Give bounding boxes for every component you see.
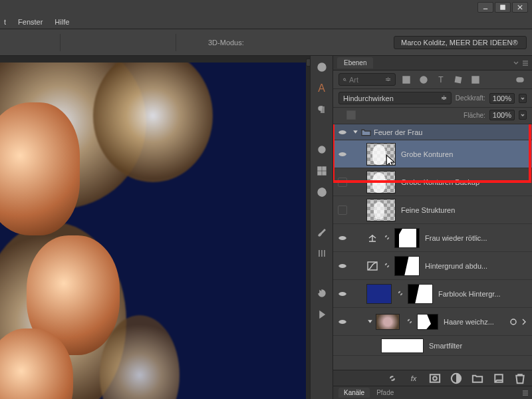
layer-name[interactable]: Feine Strukturen	[401, 206, 528, 214]
layer-thumbnail[interactable]	[376, 314, 400, 330]
menu-item-truncated[interactable]: t	[4, 18, 6, 26]
panel-menu-icon[interactable]	[521, 390, 529, 396]
opacity-value[interactable]: 100%	[489, 93, 515, 104]
layer-row[interactable]: Grobe Konturen	[333, 140, 532, 168]
layer-row[interactable]: Farblook Hintergr...	[333, 280, 532, 308]
filter-pixel-icon[interactable]	[400, 74, 413, 86]
collapse-handle[interactable]	[306, 59, 310, 66]
layer-name[interactable]: Haare weichz...	[444, 318, 507, 326]
link-layers-icon[interactable]	[386, 372, 399, 384]
layer-name[interactable]: Hintergrund abdu...	[425, 262, 528, 270]
layer-row[interactable]: Feine Strukturen	[333, 196, 532, 224]
eye-icon[interactable]	[338, 235, 347, 241]
tab-pfade[interactable]: Pfade	[376, 389, 394, 396]
filter-type-icon[interactable]: T	[434, 74, 448, 86]
layer-row[interactable]: Frau wieder rötlic...	[333, 224, 532, 252]
document-canvas[interactable]	[0, 63, 306, 399]
fill-thumbnail[interactable]	[366, 284, 392, 304]
lock-position-icon[interactable]	[379, 109, 392, 121]
distribute-icon-1[interactable]	[70, 37, 83, 49]
layer-mask-thumbnail[interactable]	[394, 256, 420, 276]
layer-name[interactable]: Farblook Hintergr...	[438, 290, 528, 298]
menu-item-hilfe[interactable]: Hilfe	[55, 18, 69, 26]
distribute-icon-6[interactable]	[160, 37, 173, 49]
distribute-icon-2[interactable]	[88, 37, 101, 49]
auto-align-icon[interactable]	[186, 37, 199, 49]
smart-filters-visibility-icon[interactable]	[509, 318, 517, 326]
paragraph-icon[interactable]	[314, 102, 330, 117]
filter-adjust-icon[interactable]	[417, 74, 430, 86]
history-icon[interactable]	[314, 286, 330, 301]
eye-icon[interactable]	[338, 291, 347, 297]
mask-icon[interactable]	[428, 372, 442, 384]
panel-menu-icon[interactable]	[521, 60, 529, 66]
layer-name[interactable]: Smartfilter	[429, 342, 528, 350]
swatches-icon[interactable]	[314, 142, 330, 157]
distribute-icon-3[interactable]	[106, 37, 119, 49]
menu-item-fenster[interactable]: Fenster	[18, 18, 43, 26]
filter-mask-thumbnail[interactable]	[381, 338, 424, 353]
trash-icon[interactable]	[513, 372, 527, 384]
layer-name[interactable]: Grobe Konturen	[401, 150, 528, 158]
layer-name[interactable]: Feuer der Frau	[374, 128, 528, 136]
align-icon-3[interactable]	[44, 37, 57, 49]
lock-trans-icon[interactable]	[344, 109, 358, 121]
blend-mode-select[interactable]: Hindurchwirken ≑	[338, 92, 452, 104]
chevron-right-icon[interactable]	[520, 318, 528, 326]
twisty-down-icon[interactable]	[366, 318, 374, 325]
layer-thumbnail[interactable]	[366, 143, 396, 166]
link-icon[interactable]	[382, 233, 392, 243]
new-group-icon[interactable]	[471, 372, 484, 384]
maximize-button[interactable]	[495, 2, 511, 13]
lock-pixels-icon[interactable]	[362, 109, 375, 121]
brush-presets-icon[interactable]	[314, 246, 330, 261]
twisty-down-icon[interactable]	[352, 128, 359, 136]
layer-mask-thumbnail[interactable]	[417, 314, 438, 330]
layer-mask-thumbnail[interactable]	[408, 284, 433, 304]
link-icon[interactable]	[405, 317, 414, 327]
close-button[interactable]	[512, 2, 528, 13]
distribute-icon-4[interactable]	[124, 37, 137, 49]
layer-mask-thumbnail[interactable]	[394, 228, 420, 248]
3d-slide-icon[interactable]	[311, 37, 324, 49]
fx-icon[interactable]: fx	[407, 372, 420, 384]
info-icon[interactable]	[314, 60, 330, 74]
layer-row[interactable]: Haare weichz...	[333, 308, 532, 336]
align-icon-2[interactable]	[26, 37, 39, 49]
filter-toggle[interactable]	[513, 74, 527, 86]
filter-smart-icon[interactable]	[469, 74, 482, 86]
visibility-off[interactable]	[338, 205, 347, 215]
layer-group[interactable]: Feuer der Frau	[333, 124, 532, 140]
tab-kanale[interactable]: Kanäle	[338, 388, 370, 398]
eye-icon[interactable]	[338, 151, 347, 158]
layer-name[interactable]: Frau wieder rötlic...	[425, 234, 528, 242]
styles-icon[interactable]	[314, 164, 330, 178]
fill-value[interactable]: 100%	[489, 110, 515, 120]
filter-input[interactable]	[349, 76, 382, 84]
link-icon[interactable]	[382, 261, 392, 271]
fill-flyout[interactable]	[519, 110, 527, 120]
3d-scale-icon[interactable]	[331, 37, 344, 49]
visibility-off[interactable]	[338, 178, 347, 187]
3d-pan-icon[interactable]	[271, 37, 284, 49]
character-icon[interactable]: A	[314, 81, 330, 96]
distribute-icon-5[interactable]	[142, 37, 155, 49]
align-icon-1[interactable]	[8, 37, 21, 49]
tab-ebenen[interactable]: Ebenen	[337, 57, 373, 68]
layer-thumbnail[interactable]	[366, 199, 396, 221]
filter-shape-icon[interactable]	[452, 74, 465, 86]
layer-kind-filter[interactable]: ≑	[338, 73, 396, 86]
minimize-button[interactable]	[477, 2, 493, 13]
opacity-flyout[interactable]	[519, 94, 527, 103]
layer-row[interactable]: Grobe Konturen Backup	[333, 168, 532, 196]
lock-all-icon[interactable]	[396, 109, 410, 121]
layer-row-smartfilter[interactable]: Smartfilter	[333, 336, 532, 356]
brush-icon[interactable]	[314, 225, 330, 239]
layer-thumbnail[interactable]	[366, 171, 396, 194]
3d-move-icon[interactable]	[291, 37, 304, 49]
new-layer-icon[interactable]	[492, 372, 505, 384]
link-icon[interactable]	[396, 289, 405, 299]
adjustment-icon[interactable]	[450, 372, 463, 384]
adjustments-icon[interactable]	[314, 185, 330, 200]
eye-icon[interactable]	[338, 319, 347, 325]
